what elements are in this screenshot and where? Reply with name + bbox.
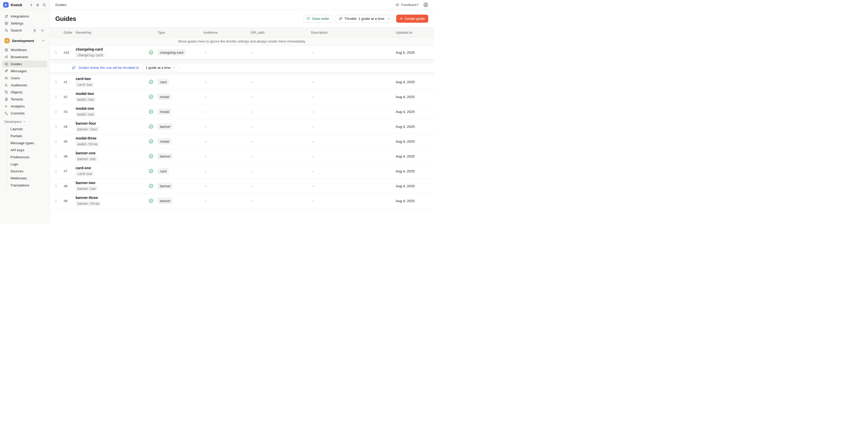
row-updated-at: Aug 5, 2025: [395, 51, 434, 55]
send-icon: [4, 69, 8, 73]
environment-badge-icon: [4, 38, 10, 43]
search-icon[interactable]: [42, 3, 46, 7]
table-row[interactable]: #9 banner-threebanner-three banner - - -…: [50, 193, 434, 209]
guide-key: modal-two: [75, 97, 95, 102]
sidebar-item-objects[interactable]: Objects: [2, 89, 47, 96]
guide-name[interactable]: banner-one: [75, 151, 148, 155]
sidebar-item-layouts[interactable]: Layouts: [7, 125, 47, 132]
sidebar-item-workflows[interactable]: Workflows: [2, 46, 47, 54]
create-guide-button[interactable]: Create guide: [396, 14, 428, 23]
sidebar-item-tenants[interactable]: Tenants: [2, 96, 47, 103]
environment-selector[interactable]: Development: [2, 37, 47, 44]
workspace-name: Knock: [11, 3, 22, 7]
table-row[interactable]: #7 card-onecard-one card - - - Aug 4, 20…: [50, 164, 434, 179]
guide-name[interactable]: changelog-card: [75, 47, 148, 52]
table-row[interactable]: #1 card-twocard-two card - - - Aug 4, 20…: [50, 74, 434, 90]
feedback-button[interactable]: Feedback?: [395, 3, 418, 7]
user-avatar[interactable]: [423, 2, 428, 7]
sidebar-item-sources[interactable]: Sources: [7, 168, 47, 175]
status-check-icon: [149, 184, 153, 188]
table-row[interactable]: #3 modal-onemodal-one modal - - - Aug 4,…: [50, 104, 434, 119]
drag-handle[interactable]: [50, 199, 62, 203]
row-audience: -: [203, 125, 249, 129]
sidebar-item-label: Logs: [10, 162, 18, 166]
sidebar-item-partials[interactable]: Partials: [7, 132, 47, 139]
guide-name[interactable]: modal-three: [75, 136, 148, 140]
sidebar-item-preferences[interactable]: Preferences: [7, 154, 47, 161]
row-order: #3: [62, 110, 75, 114]
sidebar-item-commits[interactable]: Commits: [2, 110, 47, 117]
guide-name[interactable]: modal-two: [75, 92, 148, 96]
person-check-icon: [4, 83, 8, 87]
environment-label: Development: [12, 39, 34, 43]
drag-handle[interactable]: [50, 95, 62, 99]
table-row[interactable]: #4 banner-fourbanner-four banner - - - A…: [50, 119, 434, 134]
guide-name[interactable]: banner-four: [75, 121, 148, 125]
sidebar-item-audiences[interactable]: Audiences: [2, 82, 47, 89]
drag-handle[interactable]: [50, 184, 62, 188]
sidebar-item-broadcasts[interactable]: Broadcasts: [2, 54, 47, 61]
sidebar-nav: Integrations Settings Search ⌘ K Develop…: [0, 10, 49, 189]
sidebar-item-translations[interactable]: Translations: [7, 182, 47, 189]
sidebar-item-webhooks[interactable]: Webhooks: [7, 175, 47, 182]
table-row[interactable]: #5 modal-threemodal-three modal - - - Au…: [50, 134, 434, 149]
sidebar-item-label: Message types: [10, 141, 34, 145]
sidebar-item-messages[interactable]: Messages: [2, 68, 47, 74]
sidebar-item-guides[interactable]: Guides: [2, 61, 47, 68]
type-badge: banner: [158, 183, 173, 189]
developers-section-toggle[interactable]: Developers: [2, 117, 47, 125]
create-guide-label: Create guide: [405, 17, 425, 21]
sidebar-item-logs[interactable]: Logs: [7, 161, 47, 168]
activity-pulse-icon: [4, 104, 8, 108]
row-description: -: [310, 95, 395, 99]
guide-name[interactable]: card-two: [75, 77, 148, 81]
table-row[interactable]: #2 modal-twomodal-two modal - - - Aug 4,…: [50, 90, 434, 104]
notifications-bell-icon[interactable]: [36, 3, 40, 7]
type-badge: banner: [158, 153, 173, 159]
save-order-button[interactable]: Save order: [303, 15, 333, 23]
row-audience: -: [203, 199, 249, 203]
chevron-down-icon: [23, 120, 26, 123]
table-row[interactable]: #8 banner-twobanner-two banner - - - Aug…: [50, 179, 434, 193]
row-order: #4: [62, 125, 75, 129]
row-order: #10: [62, 51, 75, 55]
drag-handle[interactable]: [50, 169, 62, 173]
guide-name[interactable]: modal-one: [75, 106, 148, 110]
shortcut-cmd-key: ⌘: [32, 28, 37, 33]
search-icon: [4, 28, 8, 32]
sidebar-item-settings[interactable]: Settings: [2, 20, 47, 27]
sidebar-item-analytics[interactable]: Analytics: [2, 103, 47, 110]
sidebar-item-integrations[interactable]: Integrations: [2, 13, 47, 20]
guide-name[interactable]: card-one: [75, 166, 148, 170]
sidebar-item-api-keys[interactable]: API keys: [7, 147, 47, 154]
drag-handle[interactable]: [50, 51, 62, 55]
sidebar-item-label: Sources: [10, 169, 24, 173]
drag-handle[interactable]: [50, 125, 62, 129]
table-row[interactable]: #6 banner-onebanner-one banner - - - Aug…: [50, 149, 434, 164]
guide-key: banner-two: [75, 186, 97, 191]
throttle-dropdown-button[interactable]: Throttle: 1 guide at a time: [335, 15, 394, 23]
sidebar-item-message-types[interactable]: Message types: [7, 139, 47, 147]
copy-pages-icon: [4, 90, 8, 94]
guide-name[interactable]: banner-two: [75, 181, 148, 185]
row-audience: -: [203, 184, 249, 188]
drag-handle[interactable]: [50, 110, 62, 114]
main-content: Guides Feedback? Guides Save order Throt…: [50, 0, 434, 224]
table-row[interactable]: #10 changelog-cardchangelog-card changel…: [50, 45, 434, 60]
drag-handle[interactable]: [50, 80, 62, 84]
workspace-switcher[interactable]: k Knock: [0, 0, 49, 10]
row-description: -: [310, 154, 395, 158]
throttle-count-dropdown[interactable]: 1 guide at a time: [143, 64, 178, 71]
throttle-divider-text: Guides below this row will be throttled …: [79, 66, 139, 70]
sidebar-item-label: Audiences: [11, 83, 27, 87]
sidebar-item-users[interactable]: Users: [2, 74, 47, 82]
row-url-path: -: [249, 184, 310, 188]
drag-handle[interactable]: [50, 139, 62, 143]
git-commit-icon: [4, 111, 8, 115]
sidebar-item-search[interactable]: Search ⌘ K: [2, 27, 47, 34]
drag-handle[interactable]: [50, 154, 62, 158]
guide-name[interactable]: banner-three: [75, 196, 148, 200]
guides-panel-icon: [4, 62, 8, 66]
workspace-updown-icon[interactable]: [29, 3, 33, 7]
sidebar-item-label: Preferences: [10, 155, 29, 159]
